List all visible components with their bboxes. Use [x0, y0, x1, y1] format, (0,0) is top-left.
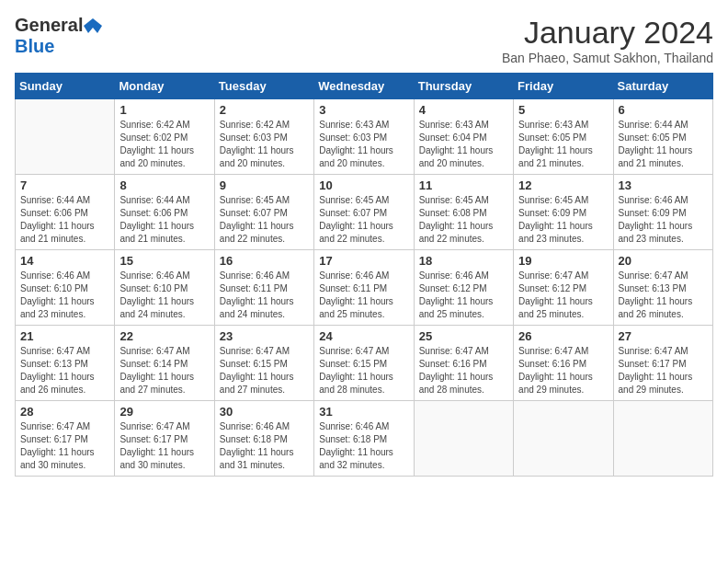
calendar-cell: 28Sunrise: 6:47 AM Sunset: 6:17 PM Dayli… — [16, 401, 115, 477]
day-number: 29 — [119, 405, 209, 419]
calendar-cell: 8Sunrise: 6:44 AM Sunset: 6:06 PM Daylig… — [115, 175, 214, 250]
day-number: 6 — [619, 103, 708, 117]
day-number: 21 — [20, 329, 109, 343]
svg-marker-0 — [84, 18, 102, 33]
calendar-cell: 18Sunrise: 6:46 AM Sunset: 6:12 PM Dayli… — [414, 250, 513, 326]
day-number: 28 — [20, 405, 109, 419]
day-info: Sunrise: 6:46 AM Sunset: 6:18 PM Dayligh… — [220, 420, 309, 472]
calendar-cell: 1Sunrise: 6:42 AM Sunset: 6:02 PM Daylig… — [115, 99, 214, 175]
calendar-cell: 16Sunrise: 6:46 AM Sunset: 6:11 PM Dayli… — [214, 250, 313, 326]
calendar-week-row: 28Sunrise: 6:47 AM Sunset: 6:17 PM Dayli… — [16, 401, 713, 477]
calendar-week-row: 21Sunrise: 6:47 AM Sunset: 6:13 PM Dayli… — [16, 326, 713, 401]
day-info: Sunrise: 6:47 AM Sunset: 6:15 PM Dayligh… — [319, 345, 408, 396]
calendar-subtitle: Ban Phaeo, Samut Sakhon, Thailand — [502, 51, 713, 65]
calendar-cell: 26Sunrise: 6:47 AM Sunset: 6:16 PM Dayli… — [514, 326, 613, 401]
day-info: Sunrise: 6:43 AM Sunset: 6:05 PM Dayligh… — [518, 119, 608, 170]
calendar-cell: 29Sunrise: 6:47 AM Sunset: 6:17 PM Dayli… — [115, 401, 214, 477]
logo-bird-icon — [84, 17, 102, 35]
logo: General Blue — [15, 15, 103, 57]
day-number: 9 — [220, 178, 309, 192]
title-area: January 2024 Ban Phaeo, Samut Sakhon, Th… — [502, 15, 713, 65]
calendar-cell: 5Sunrise: 6:43 AM Sunset: 6:05 PM Daylig… — [514, 99, 613, 175]
day-number: 23 — [220, 329, 309, 343]
day-number: 12 — [518, 178, 608, 192]
day-info: Sunrise: 6:45 AM Sunset: 6:09 PM Dayligh… — [518, 194, 608, 246]
calendar-cell: 2Sunrise: 6:42 AM Sunset: 6:03 PM Daylig… — [214, 99, 313, 175]
day-info: Sunrise: 6:44 AM Sunset: 6:06 PM Dayligh… — [20, 194, 109, 246]
day-number: 22 — [119, 329, 209, 343]
calendar-week-row: 14Sunrise: 6:46 AM Sunset: 6:10 PM Dayli… — [16, 250, 713, 326]
weekday-header: Wednesday — [314, 74, 414, 99]
day-info: Sunrise: 6:45 AM Sunset: 6:07 PM Dayligh… — [319, 194, 408, 246]
calendar-cell: 24Sunrise: 6:47 AM Sunset: 6:15 PM Dayli… — [314, 326, 414, 401]
page-header: General Blue January 2024 Ban Phaeo, Sam… — [15, 15, 713, 65]
day-info: Sunrise: 6:47 AM Sunset: 6:14 PM Dayligh… — [119, 345, 209, 396]
day-number: 5 — [518, 103, 608, 117]
weekday-header: Friday — [514, 74, 613, 99]
day-number: 17 — [319, 254, 408, 268]
calendar-cell — [613, 401, 712, 477]
day-number: 27 — [619, 329, 708, 343]
day-info: Sunrise: 6:47 AM Sunset: 6:16 PM Dayligh… — [518, 345, 608, 396]
calendar-cell: 21Sunrise: 6:47 AM Sunset: 6:13 PM Dayli… — [16, 326, 115, 401]
day-number: 16 — [220, 254, 309, 268]
calendar-cell — [514, 401, 613, 477]
day-info: Sunrise: 6:43 AM Sunset: 6:04 PM Dayligh… — [419, 119, 508, 170]
calendar-cell: 10Sunrise: 6:45 AM Sunset: 6:07 PM Dayli… — [314, 175, 414, 250]
calendar-cell: 22Sunrise: 6:47 AM Sunset: 6:14 PM Dayli… — [115, 326, 214, 401]
calendar-cell: 19Sunrise: 6:47 AM Sunset: 6:12 PM Dayli… — [514, 250, 613, 326]
day-number: 7 — [20, 178, 109, 192]
day-number: 14 — [20, 254, 109, 268]
weekday-header: Monday — [115, 74, 214, 99]
day-info: Sunrise: 6:47 AM Sunset: 6:17 PM Dayligh… — [619, 345, 708, 396]
day-info: Sunrise: 6:46 AM Sunset: 6:09 PM Dayligh… — [619, 194, 708, 246]
day-info: Sunrise: 6:47 AM Sunset: 6:13 PM Dayligh… — [20, 345, 109, 396]
calendar-cell: 30Sunrise: 6:46 AM Sunset: 6:18 PM Dayli… — [214, 401, 313, 477]
logo-general-text: General — [15, 15, 83, 36]
day-info: Sunrise: 6:44 AM Sunset: 6:06 PM Dayligh… — [119, 194, 209, 246]
calendar-cell — [414, 401, 513, 477]
day-number: 8 — [119, 178, 209, 192]
calendar-cell — [16, 99, 115, 175]
day-number: 25 — [419, 329, 508, 343]
day-number: 24 — [319, 329, 408, 343]
weekday-header: Thursday — [414, 74, 513, 99]
calendar-cell: 17Sunrise: 6:46 AM Sunset: 6:11 PM Dayli… — [314, 250, 414, 326]
day-info: Sunrise: 6:44 AM Sunset: 6:05 PM Dayligh… — [619, 119, 708, 170]
day-info: Sunrise: 6:46 AM Sunset: 6:10 PM Dayligh… — [20, 270, 109, 321]
calendar-cell: 7Sunrise: 6:44 AM Sunset: 6:06 PM Daylig… — [16, 175, 115, 250]
calendar-cell: 23Sunrise: 6:47 AM Sunset: 6:15 PM Dayli… — [214, 326, 313, 401]
day-number: 19 — [518, 254, 608, 268]
logo-blue-text: Blue — [15, 36, 54, 56]
calendar-cell: 15Sunrise: 6:46 AM Sunset: 6:10 PM Dayli… — [115, 250, 214, 326]
day-info: Sunrise: 6:42 AM Sunset: 6:03 PM Dayligh… — [220, 119, 309, 170]
calendar-cell: 6Sunrise: 6:44 AM Sunset: 6:05 PM Daylig… — [613, 99, 712, 175]
calendar-cell: 12Sunrise: 6:45 AM Sunset: 6:09 PM Dayli… — [514, 175, 613, 250]
calendar-week-row: 1Sunrise: 6:42 AM Sunset: 6:02 PM Daylig… — [16, 99, 713, 175]
day-info: Sunrise: 6:46 AM Sunset: 6:11 PM Dayligh… — [319, 270, 408, 321]
calendar-cell: 14Sunrise: 6:46 AM Sunset: 6:10 PM Dayli… — [16, 250, 115, 326]
day-number: 30 — [220, 405, 309, 419]
day-info: Sunrise: 6:47 AM Sunset: 6:13 PM Dayligh… — [619, 270, 708, 321]
calendar-cell: 31Sunrise: 6:46 AM Sunset: 6:18 PM Dayli… — [314, 401, 414, 477]
day-info: Sunrise: 6:46 AM Sunset: 6:10 PM Dayligh… — [119, 270, 209, 321]
day-number: 2 — [220, 103, 309, 117]
weekday-header: Tuesday — [214, 74, 313, 99]
calendar-cell: 9Sunrise: 6:45 AM Sunset: 6:07 PM Daylig… — [214, 175, 313, 250]
day-number: 11 — [419, 178, 508, 192]
calendar-cell: 11Sunrise: 6:45 AM Sunset: 6:08 PM Dayli… — [414, 175, 513, 250]
day-info: Sunrise: 6:45 AM Sunset: 6:08 PM Dayligh… — [419, 194, 508, 246]
day-info: Sunrise: 6:47 AM Sunset: 6:17 PM Dayligh… — [20, 420, 109, 472]
day-number: 18 — [419, 254, 508, 268]
calendar-cell: 25Sunrise: 6:47 AM Sunset: 6:16 PM Dayli… — [414, 326, 513, 401]
day-info: Sunrise: 6:47 AM Sunset: 6:12 PM Dayligh… — [518, 270, 608, 321]
day-number: 13 — [619, 178, 708, 192]
day-number: 10 — [319, 178, 408, 192]
day-info: Sunrise: 6:47 AM Sunset: 6:15 PM Dayligh… — [220, 345, 309, 396]
day-number: 26 — [518, 329, 608, 343]
calendar-table: SundayMondayTuesdayWednesdayThursdayFrid… — [15, 73, 713, 477]
day-number: 1 — [119, 103, 209, 117]
calendar-cell: 20Sunrise: 6:47 AM Sunset: 6:13 PM Dayli… — [613, 250, 712, 326]
day-info: Sunrise: 6:43 AM Sunset: 6:03 PM Dayligh… — [319, 119, 408, 170]
day-info: Sunrise: 6:46 AM Sunset: 6:11 PM Dayligh… — [220, 270, 309, 321]
